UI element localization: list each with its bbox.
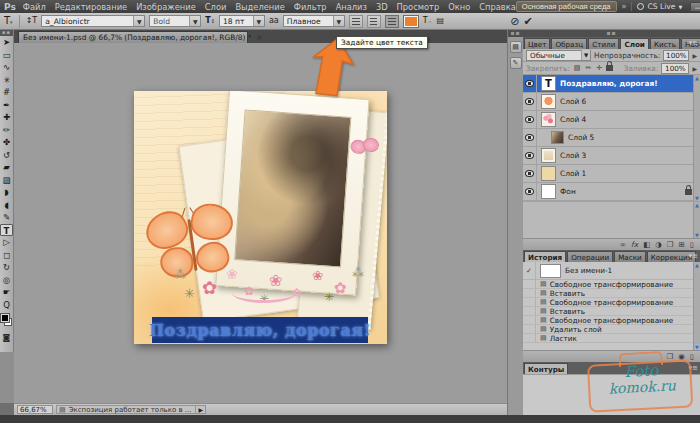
lock-transparency-icon[interactable]: ▨ <box>574 64 581 72</box>
lock-position-icon[interactable]: ✛ <box>596 64 602 72</box>
canvas-area[interactable]: ⁂ ✳ ✿ ❀ ✿ ✳ ❀ ✿ ❀ ✳ ✿ ⁂ Поздравляю, доро… <box>14 43 507 403</box>
tab-маски[interactable]: Маски <box>614 251 646 262</box>
layer-row[interactable]: Слой 4 <box>523 111 700 129</box>
visibility-cell[interactable] <box>523 147 537 164</box>
lock-pixels-icon[interactable]: ✏ <box>585 64 591 72</box>
quick-mask-icon[interactable]: ◙ <box>0 333 13 342</box>
selected-text-layer[interactable]: Поздравляю, дорогая! <box>152 317 368 343</box>
history-source-cell[interactable] <box>523 280 536 288</box>
pen-tool-icon[interactable]: ✎ <box>0 211 13 224</box>
foreground-color-swatch[interactable] <box>1 314 9 322</box>
chevron-down-icon[interactable]: ▼ <box>333 16 344 26</box>
menu-слои[interactable]: Слои <box>205 2 227 12</box>
document-tab[interactable]: Без имени-1.psd @ 66,7% (Поздравляю, дор… <box>18 31 248 43</box>
history-brush-source-cell[interactable]: ✓ <box>523 262 536 279</box>
zoom-level-field[interactable]: 66,67% <box>17 405 53 414</box>
slider-arrow-icon[interactable]: ▶ <box>692 52 697 59</box>
type-tool-icon[interactable]: T <box>0 224 13 237</box>
menu-анализ[interactable]: Анализ <box>336 2 367 12</box>
new-snapshot-icon[interactable]: ◉ <box>678 352 685 361</box>
tab-стили[interactable]: Стили <box>588 38 619 49</box>
layer-row[interactable]: Слой 6 <box>523 93 700 111</box>
delete-layer-icon[interactable]: ▯ <box>690 240 694 249</box>
new-document-from-state-icon[interactable]: ❐ <box>667 352 674 361</box>
visibility-cell[interactable] <box>523 111 537 128</box>
tab-paths[interactable]: Контуры <box>524 363 568 374</box>
eye-icon[interactable] <box>525 116 534 123</box>
adjustment-layer-icon[interactable]: ◑ <box>655 240 662 249</box>
fill-value[interactable]: 100% <box>661 63 689 74</box>
panel-drag-dots[interactable]: ▪▪ <box>508 30 523 37</box>
new-layer-icon[interactable]: ⊞ <box>679 240 685 249</box>
layers-scrollbar[interactable]: ▲▼ <box>693 202 700 238</box>
toggle-panels-icon[interactable]: ▤ <box>437 15 445 27</box>
warp-text-icon[interactable]: T︵ <box>423 15 433 27</box>
crop-tool-icon[interactable]: # <box>0 86 13 99</box>
text-orientation-icon[interactable]: ↕T <box>26 15 38 27</box>
workspace-more-chevron[interactable]: » <box>622 2 627 11</box>
slider-arrow-icon[interactable]: ▶ <box>692 65 697 72</box>
anti-alias-select[interactable]: Плавное ▼ <box>283 15 345 27</box>
eye-icon[interactable] <box>525 170 534 177</box>
workspace-switcher-button[interactable]: Основная рабочая среда <box>516 1 617 12</box>
chevron-down-icon[interactable]: ▼ <box>581 50 590 60</box>
collapsed-panel-icon[interactable]: ✎ <box>510 57 522 69</box>
tab-история[interactable]: История <box>524 251 566 262</box>
gradient-tool-icon[interactable]: ▨ <box>0 174 13 187</box>
color-swatches[interactable] <box>0 313 13 329</box>
history-scrollbar[interactable]: ▲▼ <box>693 262 700 350</box>
status-menu-arrow-icon[interactable]: ▶ <box>195 406 204 413</box>
close-tab-icon[interactable]: ✕ <box>256 34 262 42</box>
rotate-3d-tool-icon[interactable]: ↻ <box>0 261 13 274</box>
chevron-down-icon[interactable]: ▼ <box>133 16 144 26</box>
scroll-up-icon[interactable]: ▲ <box>695 75 699 81</box>
magic-wand-tool-icon[interactable]: ✳ <box>0 74 13 87</box>
add-mask-icon[interactable]: ◧ <box>643 240 650 249</box>
opacity-value[interactable]: 100% <box>663 50 689 61</box>
font-size-select[interactable]: 18 пт ▼ <box>219 15 265 27</box>
layer-style-icon[interactable]: fx <box>631 240 638 249</box>
blend-mode-select[interactable]: Обычные ▼ <box>526 50 591 61</box>
align-center-button[interactable] <box>367 15 381 28</box>
eye-icon[interactable] <box>525 188 534 195</box>
dodge-tool-icon[interactable]: ◖ <box>0 199 13 212</box>
cs-live-menu[interactable]: CS Live ▼ <box>637 2 682 11</box>
cancel-edits-button[interactable]: ⊘ <box>510 15 519 28</box>
zoom-tool-icon[interactable]: Q <box>0 299 13 312</box>
panel-menu-icon[interactable]: ▾≡ <box>689 364 698 372</box>
commit-edits-button[interactable]: ✔ <box>523 15 532 28</box>
clone-stamp-tool-icon[interactable]: ✤ <box>0 136 13 149</box>
eye-icon[interactable] <box>525 152 534 159</box>
tab-операции[interactable]: Операции <box>567 251 613 262</box>
menu-редактирование[interactable]: Редактирование <box>55 2 127 12</box>
align-left-button[interactable] <box>349 15 363 28</box>
history-source-cell[interactable] <box>523 325 536 333</box>
brush-tool-icon[interactable]: ✏ <box>0 124 13 137</box>
tab-кисть[interactable]: Кисть <box>650 38 680 49</box>
menu-окно[interactable]: Окно <box>448 2 470 12</box>
collapsed-panel-icon[interactable]: ▤ <box>510 41 522 53</box>
visibility-cell[interactable] <box>523 93 537 110</box>
camera-3d-tool-icon[interactable]: ◎ <box>0 274 13 287</box>
panel-menu-icon[interactable]: ▾≡ <box>689 39 698 47</box>
chevron-down-icon[interactable]: ▼ <box>253 16 264 26</box>
menu-справка[interactable]: Справка <box>479 2 516 12</box>
layer-row[interactable]: Фон <box>523 183 700 201</box>
menu-3d[interactable]: 3D <box>376 2 388 12</box>
tab-слои[interactable]: Слои <box>620 38 649 49</box>
visibility-cell[interactable] <box>523 75 537 92</box>
layers-scrollbar[interactable]: ▲▼ <box>693 75 700 201</box>
delete-state-icon[interactable]: ▯ <box>690 352 694 361</box>
history-step-row[interactable]: ▤Ластик <box>523 334 700 343</box>
new-group-icon[interactable]: ❐ <box>667 240 674 249</box>
visibility-cell[interactable] <box>523 165 537 182</box>
history-source-cell[interactable] <box>523 316 536 324</box>
tab-цвет[interactable]: Цвет <box>524 38 550 49</box>
visibility-cell[interactable] <box>523 183 537 200</box>
eye-icon[interactable] <box>525 80 534 87</box>
blur-tool-icon[interactable]: ◗ <box>0 186 13 199</box>
history-source-cell[interactable] <box>523 289 536 297</box>
eye-icon[interactable] <box>525 98 534 105</box>
text-color-swatch[interactable] <box>403 15 419 28</box>
document-canvas[interactable]: ⁂ ✳ ✿ ❀ ✿ ✳ ❀ ✿ ❀ ✳ ✿ ⁂ Поздравляю, доро… <box>134 91 387 344</box>
